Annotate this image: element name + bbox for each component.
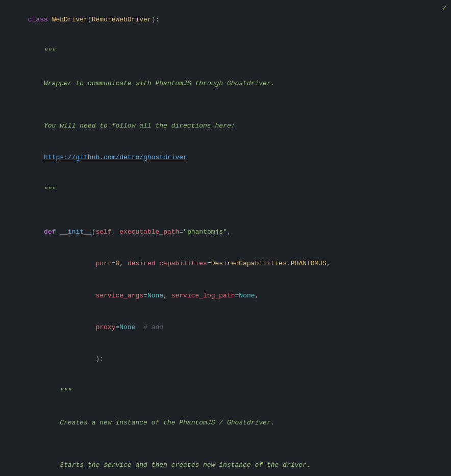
code-line: port=0, desired_capabilities=DesiredCapa…: [0, 248, 451, 280]
checkmark-icon: ✓: [442, 2, 447, 15]
code-line: """: [0, 375, 451, 407]
code-line: def __init__(self, executable_path="phan…: [0, 216, 451, 248]
code-line: You will need to follow all the directio…: [0, 110, 451, 142]
code-line: Wrapper to communicate with PhantomJS th…: [0, 68, 451, 99]
code-line: https://github.com/detro/ghostdriver: [0, 142, 451, 173]
code-line: class WebDriver(RemoteWebDriver):: [0, 4, 451, 36]
code-line: Starts the service and then creates new …: [0, 449, 451, 476]
code-line: Creates a new instance of the PhantomJS …: [0, 407, 451, 439]
code-line: [0, 439, 451, 450]
code-line: ):: [0, 344, 451, 375]
code-line: proxy=None # add: [0, 312, 451, 343]
code-line: """: [0, 174, 451, 206]
code-line: [0, 206, 451, 216]
code-line: """: [0, 36, 451, 67]
code-line: [0, 99, 451, 110]
code-line: service_args=None, service_log_path=None…: [0, 280, 451, 312]
code-editor: ✓ class WebDriver(RemoteWebDriver): """ …: [0, 0, 451, 476]
